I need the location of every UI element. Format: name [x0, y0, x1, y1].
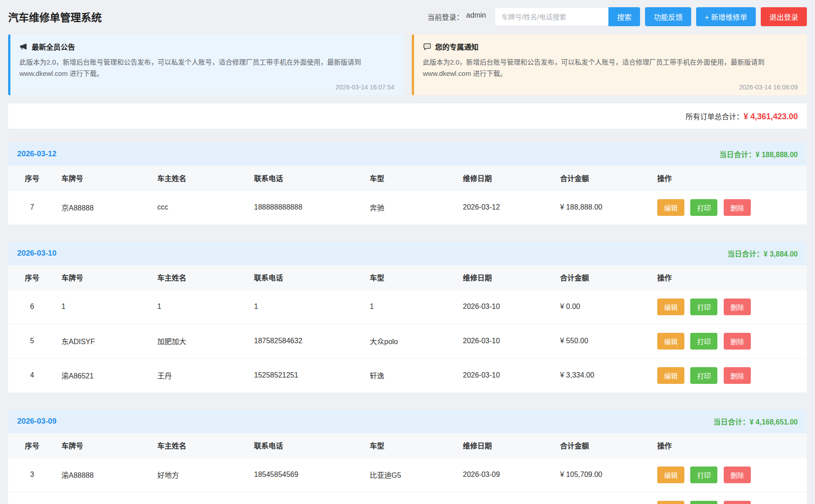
cell-plate-number: 1 — [56, 289, 152, 324]
personal-notice-title-row: 您的专属通知 — [423, 41, 798, 52]
column-header: 合计金额 — [555, 166, 652, 191]
cell-amount: ¥ 550.00 — [555, 324, 652, 358]
delete-button[interactable]: 删除 — [724, 299, 751, 315]
page: 汽车维修单管理系统 当前登录： admin 搜索 功能反馈 + 新增维修单 退出… — [0, 0, 815, 504]
order-group: 2026-03-10 当日合计：¥ 3,884.00 序号车牌号车主姓名联系电话… — [8, 242, 807, 392]
column-header: 联系电话 — [249, 166, 364, 191]
current-login-label: 当前登录： — [428, 11, 464, 22]
edit-button[interactable]: 编辑 — [657, 299, 684, 315]
table-head: 序号车牌号车主姓名联系电话车型维修日期合计金额操作 — [8, 433, 807, 458]
cell-car-model: 大众polo — [364, 324, 457, 358]
column-header: 联系电话 — [249, 265, 364, 290]
table-head: 序号车牌号车主姓名联系电话车型维修日期合计金额操作 — [8, 265, 807, 290]
cell-amount: ¥ 4,062,542.00 — [555, 492, 652, 504]
table-body: 3 渝A88888 好地方 18545854569 比亚迪G5 2026-03-… — [8, 457, 807, 504]
orders-table: 序号车牌号车主姓名联系电话车型维修日期合计金额操作 3 渝A88888 好地方 … — [8, 433, 807, 504]
current-user: admin — [466, 11, 486, 22]
daily-total: 当日合计：¥ 3,884.00 — [727, 248, 798, 259]
delete-button[interactable]: 删除 — [724, 199, 751, 216]
current-login: 当前登录： admin — [428, 11, 486, 22]
cell-plate-number: 东ADISYF — [56, 324, 152, 358]
group-header: 2026-03-10 当日合计：¥ 3,884.00 — [8, 242, 807, 265]
cell-repair-date: 2026-03-10 — [457, 289, 555, 324]
column-header: 操作 — [652, 166, 807, 191]
print-button[interactable]: 打印 — [690, 299, 717, 315]
cell-plate-number: 京A88888 — [56, 190, 152, 224]
column-header: 维修日期 — [457, 166, 555, 191]
print-button[interactable]: 打印 — [690, 501, 717, 504]
group-date: 2026-03-12 — [17, 149, 57, 159]
daily-total: 当日合计：¥ 188,888.00 — [720, 149, 798, 159]
table-row: 5 东ADISYF 加肥加大 187582584632 大众polo 2026-… — [8, 324, 807, 358]
cell-owner-name: 加肥加大 — [152, 324, 249, 358]
table-row: 7 京A88888 ccc 188888888888 奔驰 2026-03-12… — [8, 190, 807, 224]
grand-total-amount: ¥ 4,361,423.00 — [744, 112, 798, 121]
column-header: 车牌号 — [56, 433, 152, 458]
delete-button[interactable]: 删除 — [724, 501, 751, 504]
search-input[interactable] — [495, 7, 608, 26]
column-header: 车主姓名 — [152, 166, 249, 191]
daily-total: 当日合计：¥ 4,168,651.00 — [713, 416, 798, 427]
delete-button[interactable]: 删除 — [724, 467, 751, 483]
group-header: 2026-03-09 当日合计：¥ 4,168,651.00 — [8, 410, 807, 433]
topbar-actions: 当前登录： admin 搜索 功能反馈 + 新增维修单 退出登录 — [428, 7, 807, 26]
table-row: 4 渝A86521 王丹 15258521251 轩逸 2026-03-10 ¥… — [8, 358, 807, 392]
cell-index: 5 — [8, 324, 56, 358]
column-header: 操作 — [652, 433, 807, 458]
logout-button[interactable]: 退出登录 — [761, 7, 807, 26]
column-header: 序号 — [8, 166, 56, 191]
table-header-row: 序号车牌号车主姓名联系电话车型维修日期合计金额操作 — [8, 265, 807, 290]
cell-amount: ¥ 105,709.00 — [555, 457, 652, 492]
edit-button[interactable]: 编辑 — [657, 467, 684, 483]
cell-actions: 编辑 打印 删除 — [652, 190, 807, 224]
cell-actions: 编辑 打印 删除 — [652, 289, 807, 324]
edit-button[interactable]: 编辑 — [657, 501, 684, 504]
table-body: 6 1 1 1 1 2026-03-10 ¥ 0.00 编辑 打印 删除 5 东… — [8, 289, 807, 392]
cell-index: 6 — [8, 289, 56, 324]
delete-button[interactable]: 删除 — [724, 367, 751, 384]
edit-button[interactable]: 编辑 — [657, 367, 684, 384]
cell-phone: 1 — [249, 289, 364, 324]
cell-owner-name: 好地方 — [152, 457, 249, 492]
feedback-button[interactable]: 功能反馈 — [645, 7, 691, 26]
notices: 最新全员公告 此版本为2.0，新增后台账号管理和公告发布，可以私发个人账号，适合… — [8, 34, 807, 95]
cell-index: 3 — [8, 457, 56, 492]
add-repair-order-button[interactable]: + 新增维修单 — [696, 7, 756, 26]
cell-car-model: 奔驰 — [364, 190, 457, 224]
column-header: 车主姓名 — [152, 265, 249, 290]
cell-plate-number: 渝A86521 — [56, 358, 152, 392]
delete-button[interactable]: 删除 — [724, 333, 751, 350]
print-button[interactable]: 打印 — [690, 333, 717, 350]
column-header: 车型 — [364, 166, 457, 191]
cell-plate-number: 渝A8648y — [56, 492, 152, 504]
column-header: 车型 — [364, 265, 457, 290]
column-header: 合计金额 — [555, 265, 652, 290]
grand-total-label: 所有订单总合计： — [686, 113, 744, 121]
cell-index: 4 — [8, 358, 56, 392]
personal-notice-title: 您的专属通知 — [435, 41, 479, 52]
cell-car-model: 轩逸 — [364, 358, 457, 392]
print-button[interactable]: 打印 — [690, 467, 717, 483]
grand-total-bar: 所有订单总合计：¥ 4,361,423.00 — [8, 103, 807, 129]
edit-button[interactable]: 编辑 — [657, 333, 684, 350]
table-row: 3 渝A88888 好地方 18545854569 比亚迪G5 2026-03-… — [8, 457, 807, 492]
announcement-body: 此版本为2.0，新增后台账号管理和公告发布，可以私发个人账号，适合修理厂员工带手… — [19, 57, 395, 79]
personal-notice-timestamp: 2026-03-14 16:08:09 — [423, 84, 798, 91]
cell-amount: ¥ 188,888.00 — [555, 190, 652, 224]
cell-owner-name: 王丹 — [152, 358, 249, 392]
order-group: 2026-03-12 当日合计：¥ 188,888.00 序号车牌号车主姓名联系… — [8, 142, 807, 224]
column-header: 合计金额 — [555, 433, 652, 458]
cell-amount: ¥ 3,334.00 — [555, 358, 652, 392]
print-button[interactable]: 打印 — [690, 367, 717, 384]
search-box: 搜索 — [495, 7, 640, 26]
table-body: 7 京A88888 ccc 188888888888 奔驰 2026-03-12… — [8, 190, 807, 224]
print-button[interactable]: 打印 — [690, 199, 717, 216]
cell-car-model: 1 — [364, 289, 457, 324]
column-header: 车牌号 — [56, 166, 152, 191]
page-title: 汽车维修单管理系统 — [8, 9, 102, 24]
orders-table: 序号车牌号车主姓名联系电话车型维修日期合计金额操作 7 京A88888 ccc … — [8, 166, 807, 224]
cell-phone: 187582584632 — [249, 324, 364, 358]
personal-notice-body: 此版本为2.0，新增后台账号管理和公告发布，可以私发个人账号，适合修理厂员工带手… — [423, 57, 798, 79]
edit-button[interactable]: 编辑 — [657, 199, 684, 216]
search-button[interactable]: 搜索 — [608, 7, 640, 26]
